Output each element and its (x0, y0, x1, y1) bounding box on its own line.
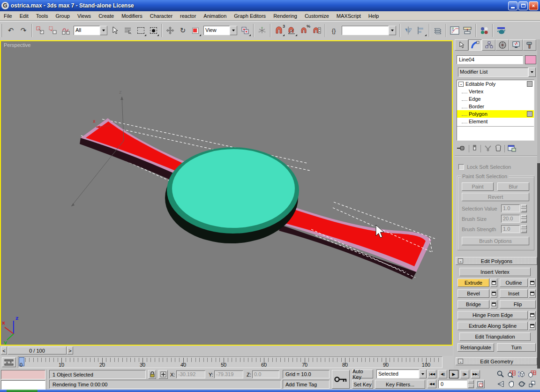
align-button[interactable] (415, 24, 427, 37)
collapse-icon[interactable]: - (458, 359, 463, 364)
spinner-snap-button[interactable] (311, 24, 323, 37)
show-end-result-button[interactable] (472, 144, 478, 153)
named-selection-arrow[interactable] (389, 26, 396, 35)
turn-button[interactable]: Turn (497, 343, 536, 352)
extrude-settings-button[interactable] (490, 279, 497, 287)
bridge-settings-button[interactable] (490, 300, 497, 309)
maxscript-listener-field[interactable] (1, 380, 45, 390)
disc-top-face[interactable] (172, 149, 295, 228)
menu-maxscript[interactable]: MAXScript (333, 12, 365, 20)
panel-scrollbar-thumb[interactable] (537, 163, 540, 369)
outline-settings-button[interactable] (529, 279, 536, 287)
redo-button[interactable]: ↷ (17, 24, 30, 37)
auto-key-button[interactable]: Auto Key (352, 369, 373, 378)
go-to-end-button[interactable]: ▶▶| (471, 370, 480, 378)
x-coordinate-field[interactable]: -30.192 (176, 370, 205, 378)
reference-coordsys-arrow[interactable] (230, 26, 237, 35)
paint-button[interactable]: Paint (462, 182, 494, 191)
use-pivot-point-center-button[interactable] (239, 24, 251, 37)
time-configuration-button[interactable] (476, 380, 485, 388)
restore-button[interactable] (518, 1, 528, 10)
y-coordinate-field[interactable]: -79.319 (214, 370, 243, 378)
brush-options-button[interactable]: Brush Options (462, 237, 529, 245)
menu-help[interactable]: Help (365, 12, 383, 20)
play-button[interactable]: ▶ (449, 370, 458, 378)
menu-group[interactable]: Group (52, 12, 74, 20)
menu-file[interactable]: File (0, 12, 16, 20)
snap-toggle-button[interactable]: 3 (273, 24, 285, 37)
brush-size-spinner[interactable] (521, 215, 527, 223)
inset-button[interactable]: Inset (500, 289, 528, 298)
extrude-along-spline-button[interactable]: Extrude Along Spline (458, 322, 528, 330)
menu-modifiers[interactable]: Modifiers (118, 12, 146, 20)
z-coordinate-field[interactable]: 0.0 (252, 370, 279, 378)
select-and-move-button[interactable] (164, 24, 176, 37)
retriangulate-button[interactable]: Retriangulate (458, 343, 494, 352)
time-slider-handle[interactable]: 0 / 100 (8, 347, 67, 354)
revert-button[interactable]: Revert (462, 193, 529, 201)
zoom-all-button[interactable] (506, 369, 517, 379)
schematic-view-button[interactable] (461, 24, 473, 37)
percent-snap-button[interactable]: % (298, 24, 310, 37)
layer-manager-button[interactable] (432, 24, 444, 37)
stack-row-edge[interactable]: Edge (457, 95, 534, 103)
tab-utilities[interactable] (523, 39, 536, 51)
menu-views[interactable]: Views (74, 12, 95, 20)
object-name-field[interactable]: Line04 (457, 55, 523, 64)
inset-settings-button[interactable] (529, 289, 536, 298)
menu-graph-editors[interactable]: Graph Editors (230, 12, 270, 20)
field-of-view-button[interactable] (495, 379, 506, 389)
pin-stack-button[interactable] (457, 144, 466, 153)
menu-edit[interactable]: Edit (16, 12, 32, 20)
named-selection-sets-button[interactable]: {} (328, 24, 340, 37)
tab-create[interactable] (455, 39, 468, 51)
frame-spinner[interactable] (468, 380, 474, 388)
configure-modifier-sets-button[interactable] (508, 144, 516, 153)
select-object-button[interactable] (109, 24, 121, 37)
stack-row-element[interactable]: Element (457, 118, 534, 125)
unlink-selection-icon[interactable] (47, 24, 59, 37)
menu-tools[interactable]: Tools (32, 12, 52, 20)
menu-customize[interactable]: Customize (301, 12, 333, 20)
set-keys-button[interactable] (332, 370, 350, 389)
stack-row-polygon-selected[interactable]: Polygon (457, 110, 534, 118)
menu-animation[interactable]: Animation (200, 12, 230, 20)
selection-filter-arrow[interactable] (100, 26, 107, 35)
zoom-extents-all-button[interactable] (527, 369, 537, 379)
zoom-button[interactable] (495, 369, 506, 379)
absolute-mode-toggle[interactable] (158, 370, 168, 379)
min-max-toggle-button[interactable] (527, 379, 537, 389)
make-unique-button[interactable] (484, 144, 492, 153)
edit-polygons-rollout-header[interactable]: - Edit Polygons (456, 257, 537, 265)
go-to-start-button[interactable]: |◀◀ (428, 370, 436, 378)
select-and-link-icon[interactable] (34, 24, 46, 37)
insert-vertex-button[interactable]: Insert Vertex (459, 268, 531, 276)
tab-motion[interactable] (495, 39, 509, 51)
key-mode-toggle-button[interactable]: ◀◀ (428, 380, 436, 388)
zoom-extents-button[interactable] (517, 369, 527, 379)
selection-lock-toggle[interactable] (148, 370, 156, 379)
current-frame-field[interactable]: 0 (438, 380, 467, 388)
macro-recorder-field[interactable] (1, 370, 45, 379)
named-selection-dropdown[interactable] (342, 26, 396, 35)
stack-row-border[interactable]: Border (457, 103, 534, 110)
minimize-button[interactable] (508, 1, 518, 10)
curve-editor-button[interactable] (449, 24, 461, 37)
render-scene-button[interactable] (495, 24, 507, 37)
tab-hierarchy[interactable] (482, 39, 495, 51)
menu-create[interactable]: Create (95, 12, 118, 20)
modifier-onoff-icon[interactable] (527, 111, 532, 117)
extrude-button[interactable]: Extrude (458, 279, 489, 287)
stack-row-vertex[interactable]: Vertex (457, 88, 534, 95)
perspective-viewport[interactable]: z x z x y Perspective (0, 40, 453, 346)
key-selection-dropdown[interactable]: Selected (376, 369, 427, 378)
rectangular-selection-region-button[interactable] (135, 24, 147, 37)
brush-size-field[interactable]: 20.0 (501, 215, 520, 223)
key-filters-button[interactable]: Key Filters... (375, 380, 425, 389)
collapse-toggle-icon[interactable]: - (458, 82, 464, 87)
bridge-button[interactable]: Bridge (458, 300, 489, 309)
lock-soft-selection-checkbox[interactable] (458, 164, 464, 170)
arc-rotate-button[interactable] (517, 379, 527, 389)
close-button[interactable]: × (529, 1, 538, 10)
select-and-rotate-button[interactable]: ↻ (177, 24, 189, 37)
